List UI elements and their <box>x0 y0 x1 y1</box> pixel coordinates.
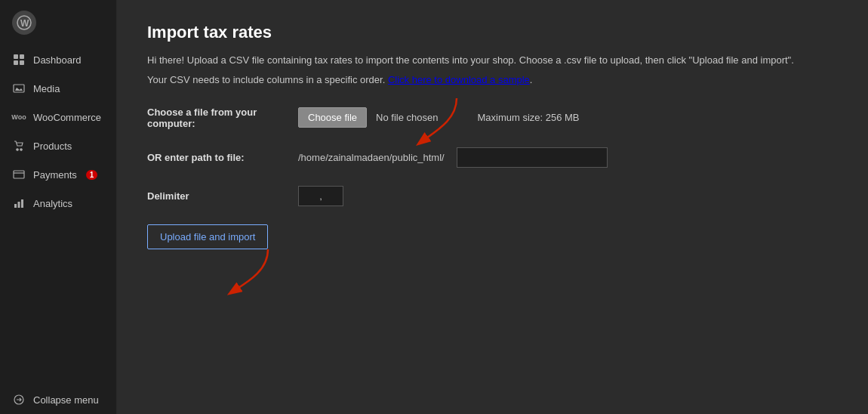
sidebar-item-woocommerce[interactable]: Woo WooCommerce <box>0 103 116 131</box>
svg-point-8 <box>20 149 22 150</box>
sidebar-item-media[interactable]: Media <box>0 74 116 103</box>
sidebar-item-payments[interactable]: Payments 1 <box>0 160 116 189</box>
upload-row: Upload file and import <box>147 224 838 249</box>
svg-rect-12 <box>18 202 20 208</box>
csv-note-text: Your CSV needs to include columns in a s… <box>147 74 385 85</box>
file-control: Choose file No file chosen Maximum size:… <box>298 107 580 128</box>
svg-rect-9 <box>14 171 24 178</box>
sidebar-item-label: Collapse menu <box>33 394 99 406</box>
svg-rect-4 <box>14 60 18 65</box>
payments-badge: 1 <box>86 170 98 180</box>
max-size-text: Maximum size: 256 MB <box>477 112 579 123</box>
products-icon <box>12 139 26 153</box>
wordpress-logo-icon: W <box>12 11 36 35</box>
description-text: Hi there! Upload a CSV file containing t… <box>147 53 838 68</box>
dashboard-icon <box>12 53 26 66</box>
path-row: OR enter path to file: /home/zainalmadae… <box>147 147 838 168</box>
path-control: /home/zainalmadaen/public_html/ <box>298 147 608 168</box>
path-input[interactable] <box>457 147 608 168</box>
delimiter-control <box>298 186 343 206</box>
download-sample-link[interactable]: Click here to download a sample <box>388 74 530 85</box>
payments-icon <box>12 168 26 181</box>
main-content: Import tax rates Hi there! Upload a CSV … <box>117 0 868 414</box>
collapse-icon <box>12 393 26 406</box>
svg-rect-5 <box>20 60 24 65</box>
sidebar-item-label: Analytics <box>33 198 72 209</box>
description-content: Hi there! Upload a CSV file containing t… <box>147 54 794 66</box>
svg-rect-6 <box>14 85 24 92</box>
woocommerce-icon: Woo <box>12 110 26 124</box>
sidebar: W Dashboard Media Woo WooCommerce Produc… <box>0 0 117 414</box>
main-wrapper: Import tax rates Hi there! Upload a CSV … <box>147 23 838 249</box>
arrow-upload-file <box>223 242 313 302</box>
sidebar-item-label: Payments <box>33 169 77 181</box>
svg-rect-2 <box>14 54 18 59</box>
media-icon <box>12 82 26 95</box>
sidebar-item-analytics[interactable]: Analytics <box>0 189 116 218</box>
path-prefix: /home/zainalmadaen/public_html/ <box>298 152 445 163</box>
csv-note: Your CSV needs to include columns in a s… <box>147 74 838 85</box>
choose-file-button[interactable]: Choose file <box>298 107 367 128</box>
sidebar-item-label: Media <box>33 83 60 94</box>
svg-text:W: W <box>20 18 29 29</box>
sidebar-item-label: Products <box>33 141 72 152</box>
delimiter-label: Delimiter <box>147 190 298 202</box>
sidebar-item-collapse[interactable]: Collapse menu <box>0 385 116 414</box>
page-title: Import tax rates <box>147 23 838 42</box>
delimiter-input[interactable] <box>298 186 343 206</box>
analytics-icon <box>12 196 26 210</box>
file-upload-row: Choose a file from your computer: Choose… <box>147 107 838 129</box>
svg-rect-13 <box>21 199 23 208</box>
file-label: Choose a file from your computer: <box>147 107 298 129</box>
no-file-text: No file chosen <box>376 112 438 123</box>
upload-file-button[interactable]: Upload file and import <box>147 224 268 249</box>
svg-point-7 <box>17 149 18 150</box>
svg-rect-11 <box>14 204 17 208</box>
sidebar-item-dashboard[interactable]: Dashboard <box>0 45 116 74</box>
svg-rect-3 <box>20 54 24 59</box>
sidebar-logo: W <box>0 0 116 45</box>
sidebar-item-label: Dashboard <box>33 54 82 66</box>
sidebar-item-label: WooCommerce <box>33 112 101 123</box>
path-label: OR enter path to file: <box>147 152 298 163</box>
sidebar-item-products[interactable]: Products <box>0 131 116 160</box>
delimiter-row: Delimiter <box>147 186 838 206</box>
